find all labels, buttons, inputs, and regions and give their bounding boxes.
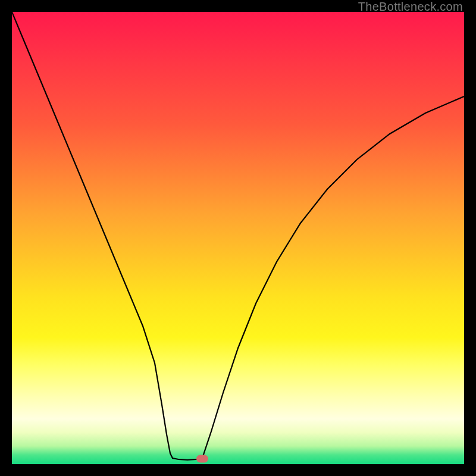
optimum-marker [196,455,208,463]
curve-path [12,12,464,460]
plot-area [12,12,464,464]
chart-frame: TheBottleneck.com [0,0,476,476]
bottleneck-curve [12,12,464,464]
